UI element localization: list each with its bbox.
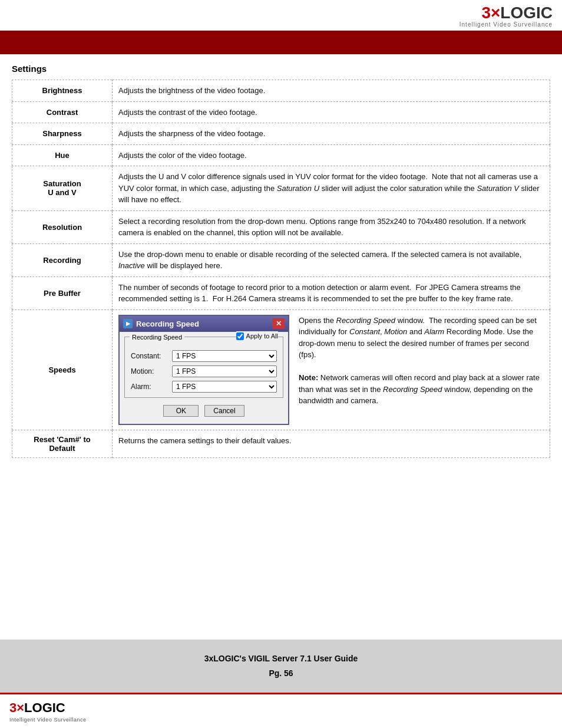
table-row: Contrast Adjusts the contrast of the vid…	[12, 101, 550, 123]
banner	[0, 31, 562, 54]
row-desc-contrast: Adjusts the contrast of the video footag…	[113, 101, 550, 123]
row-label-contrast: Contrast	[12, 101, 113, 123]
row-desc-hue: Adjusts the color of the video footage.	[113, 144, 550, 166]
dialog-body: Recording Speed Apply to All Constant:	[120, 332, 288, 424]
note-label: Note:	[299, 373, 318, 382]
settings-table: Brightness Adjusts the brightness of the…	[12, 80, 550, 458]
constant-row: Constant: 1 FPS 2 FPS 5 FPS 10 FPS 15 FP…	[131, 350, 277, 362]
row-desc-speeds: ▶ Recording Speed ✕ Recording Speed	[113, 309, 550, 430]
logo-x: ×	[491, 4, 500, 22]
dialog-titlebar-left: ▶ Recording Speed	[123, 318, 199, 330]
row-label-recording: Recording	[12, 243, 113, 276]
alarm-label: Alarm:	[131, 381, 172, 392]
dialog-icon: ▶	[123, 319, 133, 328]
dialog-group: Recording Speed Apply to All Constant:	[124, 337, 283, 398]
row-label-reset: Reset 'Cam#' toDefault	[12, 430, 113, 458]
bottom-logo-logic: LOGIC	[24, 700, 65, 715]
bottom-logo-subtitle: Intelligent Video Surveillance	[9, 717, 86, 723]
dialog-cancel-button[interactable]: Cancel	[204, 405, 244, 417]
row-desc-saturation: Adjusts the U and V color difference sig…	[113, 166, 550, 211]
speeds-desc-note: Note: Network cameras will often record …	[299, 372, 544, 407]
dialog-close-button[interactable]: ✕	[273, 318, 285, 329]
motion-select[interactable]: 1 FPS 2 FPS 5 FPS 10 FPS 15 FPS 30 FPS	[172, 365, 277, 377]
logo-logic: LOGIC	[500, 4, 553, 22]
recording-speed-dialog: ▶ Recording Speed ✕ Recording Speed	[118, 315, 289, 426]
dialog-ok-button[interactable]: OK	[163, 405, 199, 417]
logo-3: 3	[481, 4, 491, 22]
dialog-fields: Constant: 1 FPS 2 FPS 5 FPS 10 FPS 15 FP…	[131, 350, 277, 393]
dialog-titlebar: ▶ Recording Speed ✕	[120, 316, 288, 332]
constant-select[interactable]: 1 FPS 2 FPS 5 FPS 10 FPS 15 FPS 30 FPS	[172, 350, 277, 362]
table-row: Reset 'Cam#' toDefault Returns the camer…	[12, 430, 550, 458]
logo-text: 3×LOGIC	[481, 5, 553, 21]
constant-label: Constant:	[131, 351, 172, 361]
motion-label: Motion:	[131, 366, 172, 377]
dialog-buttons: OK Cancel	[124, 403, 283, 419]
table-row: Brightness Adjusts the brightness of the…	[12, 80, 550, 102]
speeds-desc-p1: Opens the Recording Speed window. The re…	[299, 315, 544, 361]
page-content: Settings Brightness Adjusts the brightne…	[0, 54, 562, 467]
table-row-speeds: Speeds ▶ Recording Speed ✕	[12, 309, 550, 430]
row-label-brightness: Brightness	[12, 80, 113, 102]
row-label-prebuffer: Pre Buffer	[12, 276, 113, 309]
bottom-logo-text: 3×LOGIC	[9, 700, 65, 715]
speeds-description: Opens the Recording Speed window. The re…	[299, 315, 544, 407]
row-label-hue: Hue	[12, 144, 113, 166]
dialog-apply-to-all: Apply to All	[236, 331, 278, 341]
page-footer: 3xLOGIC's VIGIL Server 7.1 User Guide Pg…	[0, 640, 562, 693]
footer-line2: Pg. 56	[6, 666, 556, 681]
table-row: Sharpness Adjusts the sharpness of the v…	[12, 123, 550, 145]
speeds-container: ▶ Recording Speed ✕ Recording Speed	[118, 315, 544, 426]
logo-subtitle: Intelligent Video Surveillance	[459, 21, 553, 28]
table-row: Pre Buffer The number of seconds of foot…	[12, 276, 550, 309]
apply-to-all-label: Apply to All	[246, 331, 278, 341]
table-row: Hue Adjusts the color of the video foota…	[12, 144, 550, 166]
alarm-select[interactable]: 1 FPS 2 FPS 5 FPS 10 FPS 15 FPS 30 FPS	[172, 381, 277, 393]
row-desc-brightness: Adjusts the brightness of the video foot…	[113, 80, 550, 102]
table-row: SaturationU and V Adjusts the U and V co…	[12, 166, 550, 211]
header-logo: 3×LOGIC Intelligent Video Surveillance	[459, 5, 553, 28]
row-label-sharpness: Sharpness	[12, 123, 113, 145]
row-desc-resolution: Select a recording resolution from the d…	[113, 210, 550, 243]
row-desc-prebuffer: The number of seconds of footage to reco…	[113, 276, 550, 309]
apply-to-all-checkbox[interactable]	[236, 332, 244, 340]
row-desc-sharpness: Adjusts the sharpness of the video foota…	[113, 123, 550, 145]
bottom-logo-content: 3×LOGIC Intelligent Video Surveillance	[9, 700, 86, 723]
bottom-logo-3x: 3×	[9, 700, 24, 715]
table-row: Resolution Select a recording resolution…	[12, 210, 550, 243]
section-title: Settings	[12, 64, 550, 74]
row-label-resolution: Resolution	[12, 210, 113, 243]
row-label-saturation: SaturationU and V	[12, 166, 113, 211]
table-row: Recording Use the drop-down menu to enab…	[12, 243, 550, 276]
footer-line1: 3xLOGIC's VIGIL Server 7.1 User Guide	[6, 651, 556, 666]
motion-row: Motion: 1 FPS 2 FPS 5 FPS 10 FPS 15 FPS	[131, 365, 277, 377]
bottom-logo: 3×LOGIC Intelligent Video Surveillance	[0, 693, 562, 728]
dialog-group-title: Recording Speed	[130, 332, 184, 342]
alarm-row: Alarm: 1 FPS 2 FPS 5 FPS 10 FPS 15 FPS	[131, 381, 277, 393]
row-label-speeds: Speeds	[12, 309, 113, 430]
dialog-title: Recording Speed	[136, 318, 199, 330]
row-desc-recording: Use the drop-down menu to enable or disa…	[113, 243, 550, 276]
row-desc-reset: Returns the camera settings to their def…	[113, 430, 550, 458]
top-header: 3×LOGIC Intelligent Video Surveillance	[0, 0, 562, 31]
